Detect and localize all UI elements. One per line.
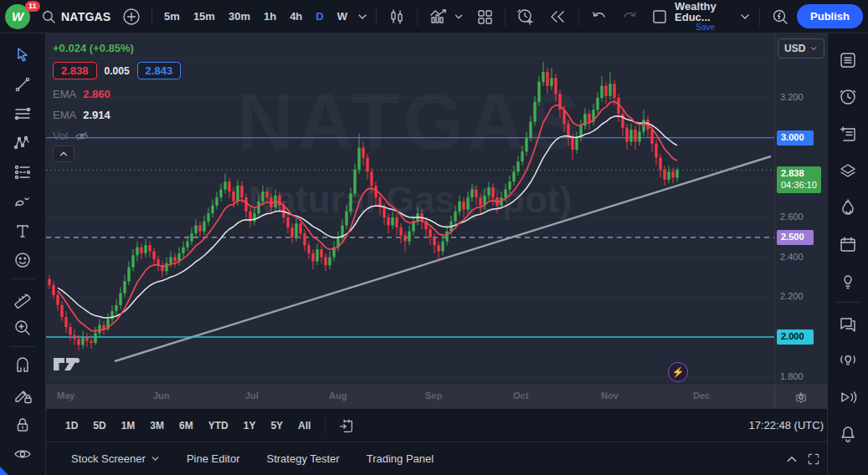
timeframe-15m[interactable]: 15m <box>187 6 222 28</box>
measure-tool-button[interactable] <box>7 283 39 313</box>
price-tick-2.600: 2.600 <box>780 212 804 222</box>
price-badge-2.838[interactable]: 2.83804:36:10 <box>777 166 821 193</box>
panel-tab-trading-panel[interactable]: Trading Panel <box>355 447 445 470</box>
indicator-value: 2.860 <box>83 88 110 100</box>
pattern-tool-button[interactable] <box>7 128 39 157</box>
timeframe-4h[interactable]: 4h <box>283 6 309 28</box>
brush-tool-button[interactable] <box>7 186 39 216</box>
price-badge-2.000[interactable]: 2.000 <box>777 329 814 345</box>
panel-tab-strategy-tester[interactable]: Strategy Tester <box>254 447 351 470</box>
text-tool-button[interactable] <box>7 216 39 245</box>
range-1m[interactable]: 1M <box>114 416 143 436</box>
ask-price-box[interactable]: 2.843 <box>137 62 182 79</box>
indicators-icon <box>429 8 449 26</box>
timeframe-menu-button[interactable] <box>354 5 371 28</box>
hotlists-button[interactable] <box>833 189 863 226</box>
ema-legend-row-2[interactable]: EMA 2.914 <box>53 109 181 121</box>
month-label-oct: Oct <box>513 391 528 401</box>
flash-boost-button[interactable]: ⚡ <box>668 362 688 382</box>
eye-off-icon[interactable] <box>74 130 90 142</box>
month-label-jun: Jun <box>153 391 170 401</box>
collapse-legend-button[interactable] <box>53 146 74 162</box>
expand-panel-chevron-icon[interactable] <box>785 452 799 466</box>
trendline-drawing[interactable] <box>115 156 771 361</box>
streams-button[interactable] <box>833 342 863 379</box>
chevron-down-icon <box>739 11 751 23</box>
chart-pane[interactable]: NATGAS Natural Gas (Spot) +0.024 (+0.85%… <box>46 33 827 385</box>
range-1d[interactable]: 1D <box>58 416 85 436</box>
bar-replay-button[interactable] <box>542 5 573 28</box>
lock-drawings-button[interactable] <box>7 410 39 439</box>
quick-search-button[interactable] <box>765 5 795 28</box>
range-5d[interactable]: 5D <box>85 416 113 436</box>
range-6m[interactable]: 6M <box>172 416 201 436</box>
panel-tab-pine-editor[interactable]: Pine Editor <box>175 447 252 470</box>
compare-add-symbol-button[interactable] <box>116 5 146 28</box>
hide-drawings-button[interactable] <box>7 439 39 468</box>
price-badge-2.500[interactable]: 2.500 <box>777 230 814 245</box>
axis-settings-corner[interactable] <box>774 386 827 408</box>
chart-style-button[interactable] <box>382 5 412 28</box>
trend-line-tool-button[interactable] <box>7 69 39 99</box>
timeframe-5m[interactable]: 5m <box>157 6 187 28</box>
time-axis-labels[interactable]: MayJunJulAugSepOctNovDec <box>46 386 774 408</box>
session-clock[interactable]: 17:22:48 (UTC) <box>748 409 824 442</box>
symbol-search-button[interactable]: NATGAS <box>35 5 116 28</box>
range-1y[interactable]: 1Y <box>236 416 264 436</box>
layers-icon <box>838 161 858 181</box>
public-chats-button[interactable] <box>833 305 863 342</box>
maximize-icon[interactable] <box>807 452 820 466</box>
video-ideas-button[interactable] <box>833 379 863 416</box>
fib-retracement-tool-button[interactable] <box>7 99 39 128</box>
timeframe-1h[interactable]: 1h <box>257 6 283 28</box>
timeframe-w[interactable]: W <box>331 6 354 28</box>
time-axis[interactable]: MayJunJulAugSepOctNovDec <box>46 385 827 408</box>
create-alert-button[interactable] <box>510 5 542 28</box>
panel-tab-stock-screener[interactable]: Stock Screener <box>59 447 172 470</box>
notifications-button[interactable] <box>833 416 863 452</box>
chat-icon <box>838 314 858 334</box>
currency-selector[interactable]: USD <box>778 38 824 59</box>
replay-rewind-icon <box>547 8 568 25</box>
range-5y[interactable]: 5Y <box>263 416 290 436</box>
ema-legend-row-1[interactable]: EMA 2.860 <box>53 88 181 100</box>
ideas-button[interactable] <box>833 263 863 299</box>
timeframe-d[interactable]: D <box>309 6 330 28</box>
layout-select-button[interactable] <box>645 5 675 28</box>
undo-button[interactable] <box>584 5 614 28</box>
tradingview-logo[interactable] <box>52 354 82 374</box>
cursor-tool-button[interactable] <box>7 40 39 69</box>
timeframe-30m[interactable]: 30m <box>222 6 257 28</box>
layout-grid-button[interactable] <box>470 5 500 28</box>
watchlist-button[interactable] <box>833 42 863 79</box>
redo-button[interactable] <box>614 5 645 28</box>
range-all[interactable]: All <box>290 416 318 436</box>
alerts-button[interactable] <box>833 79 863 115</box>
price-axis[interactable]: USD 3.2002.6002.4002.2001.8003.0002.8380… <box>774 33 827 385</box>
prediction-tool-button[interactable] <box>7 157 39 186</box>
range-3m[interactable]: 3M <box>142 416 172 436</box>
toolbar-divider <box>417 8 418 26</box>
notes-button[interactable] <box>833 115 863 152</box>
watchlist-icon <box>838 50 858 70</box>
magnet-mode-button[interactable] <box>7 351 39 381</box>
layout-name-menu[interactable]: Wealthy Educ... Save <box>675 1 736 33</box>
bid-price-box[interactable]: 2.838 <box>53 62 97 79</box>
timeframe-group: 5m15m30m1h4hDW <box>157 6 354 28</box>
calendar-button[interactable] <box>833 226 863 263</box>
range-ytd[interactable]: YTD <box>201 416 236 436</box>
eye-icon <box>13 445 33 463</box>
indicators-button[interactable] <box>423 5 470 28</box>
stay-in-drawing-mode-button[interactable] <box>7 381 39 410</box>
object-tree-button[interactable] <box>833 152 863 189</box>
account-logo[interactable]: W 11 <box>0 4 35 29</box>
volume-legend-row[interactable]: Vol <box>53 130 181 142</box>
save-label[interactable]: Save <box>696 23 715 33</box>
panel-tabs: Stock ScreenerPine EditorStrategy Tester… <box>59 447 445 470</box>
price-badge-3.000[interactable]: 3.000 <box>777 130 814 146</box>
layout-menu-chevron[interactable] <box>736 5 754 28</box>
publish-button[interactable]: Publish <box>797 4 863 28</box>
emoji-tool-button[interactable] <box>7 245 39 274</box>
go-to-date-button[interactable] <box>332 414 361 437</box>
zoom-in-tool-button[interactable] <box>7 313 39 342</box>
